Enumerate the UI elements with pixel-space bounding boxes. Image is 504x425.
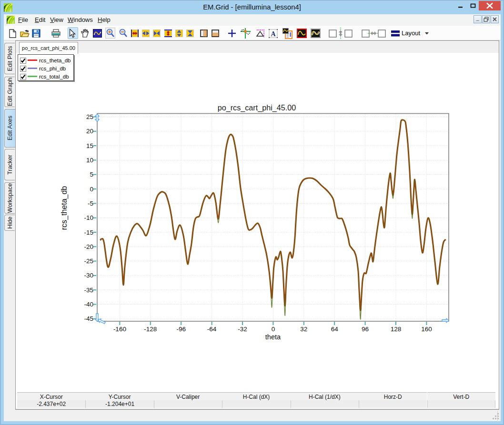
svg-text:20: 20: [86, 128, 93, 135]
svg-text:0: 0: [90, 186, 93, 193]
svg-text:-35: -35: [84, 287, 93, 294]
svg-text:64: 64: [331, 326, 339, 333]
svg-text:-5: -5: [88, 200, 93, 207]
svg-text:po_rcs_cart_phi_45.00: po_rcs_cart_phi_45.00: [218, 103, 296, 112]
svg-text:-30: -30: [84, 272, 93, 279]
svg-text:-25: -25: [84, 257, 93, 265]
svg-text:25: 25: [86, 113, 93, 120]
svg-text:-64: -64: [207, 326, 217, 333]
svg-text:rcs_theta_db: rcs_theta_db: [60, 186, 69, 230]
svg-text:-10: -10: [84, 214, 93, 221]
svg-text:theta: theta: [265, 333, 281, 341]
svg-text:15: 15: [86, 142, 93, 149]
svg-text:-96: -96: [176, 326, 186, 333]
svg-text:-15: -15: [84, 229, 93, 236]
svg-text:-40: -40: [84, 301, 93, 308]
svg-text:32: 32: [300, 326, 307, 333]
svg-text:5: 5: [90, 171, 93, 178]
svg-text:-20: -20: [84, 243, 93, 250]
svg-text:0: 0: [272, 326, 275, 333]
svg-text:-128: -128: [144, 326, 157, 333]
svg-text:-160: -160: [113, 326, 126, 333]
svg-text:128: 128: [391, 326, 402, 333]
svg-text:A: A: [271, 30, 276, 37]
svg-text:10: 10: [86, 157, 93, 164]
svg-text:-45: -45: [84, 315, 93, 322]
svg-text:-32: -32: [238, 326, 247, 333]
svg-text:96: 96: [362, 326, 369, 333]
svg-text:160: 160: [421, 326, 432, 333]
